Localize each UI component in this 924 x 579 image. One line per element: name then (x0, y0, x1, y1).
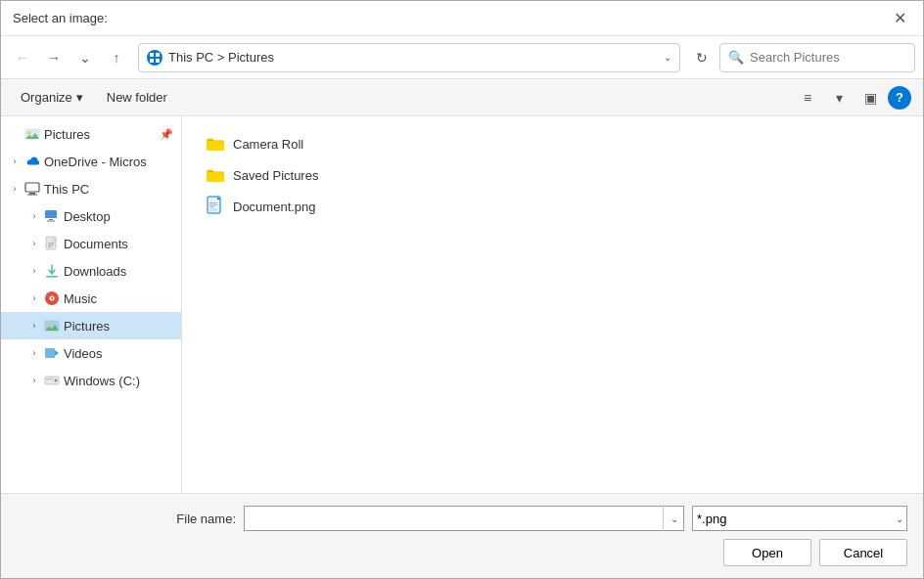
filename-row: File name: ⌄ *.png *.jpg *.bmp *.gif All… (17, 506, 907, 531)
svg-marker-23 (55, 350, 59, 356)
svg-rect-10 (49, 219, 53, 220)
filetype-select[interactable]: *.png *.jpg *.bmp *.gif All files (*.*) (692, 506, 907, 531)
organize-arrow: ▾ (76, 90, 83, 105)
close-button[interactable]: ✕ (888, 7, 911, 30)
expand-arrow: › (9, 156, 21, 167)
address-dropdown-icon[interactable]: ⌄ (664, 52, 671, 63)
svg-rect-14 (48, 245, 54, 245)
sidebar-item-downloads[interactable]: › Downloads (1, 257, 181, 285)
expand-arrow: › (28, 347, 40, 359)
file-icon (206, 196, 225, 218)
filename-input-wrapper: ⌄ (244, 506, 684, 531)
thispc-icon (24, 181, 40, 197)
sidebar-label: Pictures (44, 127, 156, 142)
sidebar-item-pictures-thispc[interactable]: › Pictures (1, 312, 181, 339)
sidebar-label: Documents (64, 237, 173, 251)
sidebar-label: Music (64, 291, 173, 306)
filename-input[interactable] (244, 506, 684, 531)
svg-rect-30 (209, 206, 214, 207)
svg-rect-3 (156, 59, 160, 63)
svg-rect-11 (47, 221, 55, 222)
expand-arrow: › (28, 238, 40, 249)
svg-rect-13 (48, 243, 54, 244)
svg-point-5 (28, 132, 31, 135)
pictures-icon (24, 126, 40, 142)
search-input[interactable] (750, 50, 914, 65)
expand-arrow: › (28, 375, 40, 386)
svg-rect-16 (46, 276, 58, 278)
expand-arrow (9, 128, 21, 140)
svg-point-21 (48, 324, 51, 327)
sidebar-item-pictures-pinned[interactable]: Pictures 📌 (1, 120, 181, 148)
filename-label: File name: (176, 512, 236, 526)
view-pane-button[interactable]: ▣ (856, 84, 884, 111)
pin-icon: 📌 (160, 128, 173, 141)
view-list-button[interactable]: ≡ (794, 84, 821, 111)
sidebar: Pictures 📌 › OneDrive - Micros › (1, 116, 182, 493)
documents-icon (44, 236, 60, 251)
dialog-title: Select an image: (13, 11, 108, 25)
filename-dropdown-button[interactable]: ⌄ (663, 506, 684, 531)
address-bar[interactable]: This PC > Pictures ⌄ (138, 43, 680, 72)
toolbar: Organize ▾ New folder ≡ ▾ ▣ ? (1, 79, 923, 116)
file-item-saved-pictures[interactable]: Saved Pictures (198, 159, 907, 191)
forward-button[interactable]: → (40, 44, 68, 71)
expand-arrow: › (28, 292, 40, 304)
search-box[interactable]: 🔍 (719, 43, 915, 72)
refresh-button[interactable]: ↻ (688, 44, 716, 71)
file-item-camera-roll[interactable]: Camera Roll (198, 128, 907, 159)
sidebar-item-desktop[interactable]: › Desktop (1, 202, 181, 230)
folder-icon (206, 167, 225, 183)
cancel-button[interactable]: Cancel (819, 539, 907, 566)
svg-rect-6 (25, 183, 39, 192)
sidebar-item-documents[interactable]: › Documents (1, 230, 181, 257)
sidebar-label: Downloads (64, 264, 173, 279)
svg-rect-28 (209, 202, 217, 203)
svg-rect-2 (150, 59, 154, 63)
svg-point-19 (51, 297, 53, 299)
pictures2-icon (44, 318, 60, 334)
svg-rect-7 (29, 193, 35, 195)
main-area: Pictures 📌 › OneDrive - Micros › (1, 116, 923, 493)
bottom-bar: File name: ⌄ *.png *.jpg *.bmp *.gif All… (1, 493, 923, 578)
sidebar-item-windows-c[interactable]: › Windows (C:) (1, 367, 181, 394)
view-dropdown-button[interactable]: ▾ (825, 84, 853, 111)
sidebar-item-thispc[interactable]: › This PC (1, 175, 181, 202)
sidebar-label: Desktop (64, 209, 173, 224)
address-path: This PC > Pictures (168, 50, 658, 65)
sidebar-item-videos[interactable]: › Videos (1, 339, 181, 367)
svg-rect-1 (156, 53, 160, 57)
filetype-wrapper: *.png *.jpg *.bmp *.gif All files (*.*) … (692, 506, 907, 531)
music-icon (44, 290, 60, 306)
file-item-document-png[interactable]: Document.png (198, 191, 907, 222)
new-folder-button[interactable]: New folder (99, 86, 175, 109)
address-icon (147, 50, 162, 66)
sidebar-label: Pictures (64, 319, 173, 334)
sidebar-item-onedrive[interactable]: › OneDrive - Micros (1, 148, 181, 175)
svg-rect-26 (46, 379, 53, 379)
organize-button[interactable]: Organize ▾ (13, 86, 91, 109)
title-bar: Select an image: ✕ (1, 1, 923, 36)
file-name: Camera Roll (233, 137, 303, 152)
svg-rect-31 (209, 208, 217, 211)
svg-rect-29 (209, 204, 217, 205)
open-button[interactable]: Open (723, 539, 811, 566)
organize-label: Organize (21, 90, 72, 105)
dropdown-button[interactable]: ⌄ (71, 44, 99, 71)
up-button[interactable]: ↑ (103, 44, 130, 71)
desktop-icon (44, 208, 60, 224)
expand-arrow: › (28, 210, 40, 222)
file-dialog: Select an image: ✕ ← → ⌄ ↑ This PC > Pic… (0, 0, 924, 579)
svg-rect-0 (150, 53, 154, 57)
file-name: Saved Pictures (233, 168, 318, 183)
file-area: Camera Roll Saved Pictures (182, 116, 923, 493)
nav-bar: ← → ⌄ ↑ This PC > Pictures ⌄ ↻ 🔍 (1, 36, 923, 79)
svg-rect-22 (45, 348, 55, 358)
help-button[interactable]: ? (888, 86, 911, 110)
new-folder-label: New folder (107, 90, 167, 105)
back-button[interactable]: ← (9, 44, 36, 71)
expand-arrow: › (28, 320, 40, 332)
search-icon: 🔍 (728, 50, 744, 65)
expand-arrow: › (9, 183, 21, 195)
sidebar-item-music[interactable]: › Music (1, 285, 181, 312)
